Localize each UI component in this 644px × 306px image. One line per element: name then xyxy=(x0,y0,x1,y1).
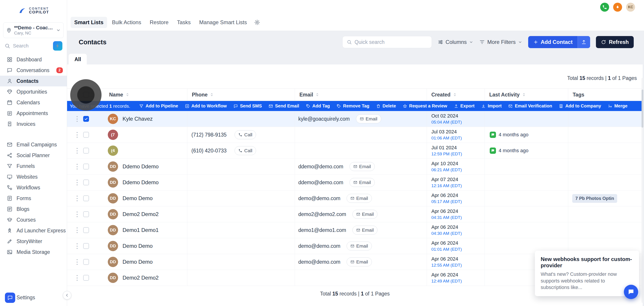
table-row[interactable]: ⋮DDDemo2 Demo2demo2@demo2.comEmailApr 06… xyxy=(67,206,643,222)
support-chat-icon[interactable] xyxy=(5,292,15,303)
add-contact-button[interactable]: Add Contact xyxy=(528,36,578,48)
row-menu-icon[interactable]: ⋮ xyxy=(74,163,79,170)
email-button[interactable]: Email xyxy=(350,178,375,187)
table-row[interactable]: ⋮KCKyle Chavezkyle@goacquirely.comEmailO… xyxy=(67,111,643,127)
contact-name[interactable]: Demo1 Demo1 xyxy=(122,227,158,233)
column-header-tags[interactable]: Tags xyxy=(568,89,643,101)
row-checkbox[interactable] xyxy=(83,132,89,138)
contact-name[interactable]: Ddemo Ddemo xyxy=(122,179,158,186)
tab-manage-smart-lists[interactable]: Manage Smart Lists xyxy=(196,17,250,28)
contact-name[interactable]: Demo Demo xyxy=(122,195,153,201)
user-avatar[interactable]: KC xyxy=(626,3,635,12)
import-contacts-button[interactable] xyxy=(578,36,590,48)
row-checkbox[interactable] xyxy=(83,259,89,265)
refresh-button[interactable]: Refresh xyxy=(596,36,634,48)
action-request-a-review[interactable]: Request a Review xyxy=(403,103,447,109)
contact-name[interactable]: Demo Demo xyxy=(122,243,153,249)
sidebar-item-funnels[interactable]: Funnels xyxy=(0,161,67,171)
sidebar-collapse-button[interactable] xyxy=(63,291,71,299)
action-add-to-company[interactable]: Add to Company xyxy=(559,103,601,109)
smartlist-settings-gear[interactable] xyxy=(254,19,260,26)
table-row[interactable]: ⋮(7(712) 798-9135CallJul 03 202401:06 AM… xyxy=(67,127,643,143)
contact-name[interactable]: Ddemo Ddemo xyxy=(122,163,158,170)
row-checkbox[interactable] xyxy=(83,148,89,154)
email-button[interactable]: Email xyxy=(346,194,372,203)
action-add-to-workflow[interactable]: Add to Workflow xyxy=(185,103,227,109)
row-menu-icon[interactable]: ⋮ xyxy=(74,211,79,218)
scrollbar-thumb[interactable] xyxy=(642,90,643,128)
quick-search-input[interactable] xyxy=(355,39,428,45)
sidebar-item-social-planner[interactable]: Social Planner xyxy=(0,150,67,161)
sidebar-item-appointments[interactable]: Appointments xyxy=(0,108,67,119)
row-checkbox[interactable] xyxy=(83,164,89,169)
tab-bulk-actions[interactable]: Bulk Actions xyxy=(108,17,145,28)
tab-smart-lists[interactable]: Smart Lists xyxy=(71,17,107,28)
sidebar-item-storywriter[interactable]: StoryWriter xyxy=(0,236,67,247)
sidebar-item-contacts[interactable]: Contacts xyxy=(0,76,67,86)
sidebar-item-media-storage[interactable]: Media Storage xyxy=(0,247,67,257)
row-menu-icon[interactable]: ⋮ xyxy=(74,147,79,154)
column-header-email[interactable]: Email xyxy=(295,89,427,101)
whats-new-toast[interactable]: New webhooks support for custom-provider… xyxy=(535,251,639,296)
column-header-created[interactable]: Created xyxy=(427,89,485,101)
sidebar-item-courses[interactable]: Courses xyxy=(0,214,67,225)
location-switcher[interactable]: **Demo - Coach... Cary, NC xyxy=(3,22,64,38)
sidebar-item-conversations[interactable]: Conversations2 xyxy=(0,65,67,76)
email-button[interactable]: Email xyxy=(352,210,378,219)
chat-launcher-button[interactable] xyxy=(624,285,638,299)
row-checkbox[interactable] xyxy=(83,180,89,185)
action-merge[interactable]: Merge xyxy=(608,103,628,109)
row-checkbox[interactable] xyxy=(83,195,89,201)
sidebar-item-workflows[interactable]: Workflows xyxy=(0,182,67,193)
table-row[interactable]: ⋮DDDemo Demodemo@demo.comEmailApr 06 202… xyxy=(67,190,643,206)
sidebar-item-calendars[interactable]: Calendars xyxy=(0,97,67,108)
table-row[interactable]: ⋮DDDemo1 Demo1demo1@demo1.comEmailApr 06… xyxy=(67,222,643,238)
tab-all[interactable]: All xyxy=(69,54,87,65)
action-remove-tag[interactable]: Remove Tag xyxy=(336,103,369,109)
email-button[interactable]: Email xyxy=(356,114,381,123)
email-button[interactable]: Email xyxy=(346,257,372,266)
row-menu-icon[interactable]: ⋮ xyxy=(74,243,79,249)
row-checkbox[interactable] xyxy=(83,211,89,217)
sidebar-item-blogs[interactable]: Blogs xyxy=(0,204,67,214)
row-menu-icon[interactable]: ⋮ xyxy=(74,258,79,265)
contact-name[interactable]: Demo2 Demo2 xyxy=(122,275,158,281)
row-checkbox[interactable] xyxy=(83,116,89,122)
contact-name[interactable]: Kyle Chavez xyxy=(122,116,153,122)
row-checkbox[interactable] xyxy=(83,275,89,281)
table-row[interactable]: ⋮(4(610) 420-0733CallJul 01 202412:59 PM… xyxy=(67,143,643,159)
ai-assistant-button[interactable] xyxy=(53,41,62,51)
row-menu-icon[interactable]: ⋮ xyxy=(74,116,79,122)
action-email-verification[interactable]: Email Verification xyxy=(508,103,552,109)
tab-tasks[interactable]: Tasks xyxy=(174,17,194,28)
sidebar-item-email-campaigns[interactable]: Email Campaigns xyxy=(0,139,67,150)
email-button[interactable]: Email xyxy=(350,162,375,171)
call-button[interactable]: Call xyxy=(234,130,256,139)
action-export[interactable]: Export xyxy=(454,103,474,109)
action-import[interactable]: Import xyxy=(481,103,502,109)
email-button[interactable]: Email xyxy=(346,241,372,250)
sidebar-search-input[interactable] xyxy=(13,43,50,49)
phone-status-button[interactable] xyxy=(600,3,609,12)
column-header-last-activity[interactable]: Last Activity xyxy=(485,89,568,101)
sidebar-item-ad-launcher-express[interactable]: Ad Launcher Express xyxy=(0,225,67,236)
flame-button[interactable] xyxy=(613,3,622,12)
row-menu-icon[interactable]: ⋮ xyxy=(74,195,79,202)
column-header-name[interactable]: Name xyxy=(67,89,188,101)
email-button[interactable]: Email xyxy=(352,226,378,235)
call-button[interactable]: Call xyxy=(234,146,256,155)
table-row[interactable]: ⋮DDDdemo Ddemoddemo@demo.comEmailApr 07 … xyxy=(67,175,643,190)
columns-dropdown[interactable]: Columns xyxy=(438,39,474,45)
sidebar-item-invoices[interactable]: Invoices xyxy=(0,119,67,129)
sidebar-item-forms[interactable]: Forms xyxy=(0,193,67,204)
more-filters-dropdown[interactable]: More Filters xyxy=(479,39,522,45)
row-checkbox[interactable] xyxy=(83,227,89,233)
tab-restore[interactable]: Restore xyxy=(146,17,172,28)
action-add-tag[interactable]: Add Tag xyxy=(306,103,330,109)
contact-name[interactable]: Demo2 Demo2 xyxy=(122,211,158,217)
table-row[interactable]: ⋮DDDdemo Ddemoddemo@demo.comEmailApr 10 … xyxy=(67,159,643,175)
row-checkbox[interactable] xyxy=(83,243,89,249)
sidebar-item-dashboard[interactable]: Dashboard xyxy=(0,54,67,65)
action-add-to-pipeline[interactable]: Add to Pipeline xyxy=(139,103,178,109)
row-menu-icon[interactable]: ⋮ xyxy=(74,131,79,138)
